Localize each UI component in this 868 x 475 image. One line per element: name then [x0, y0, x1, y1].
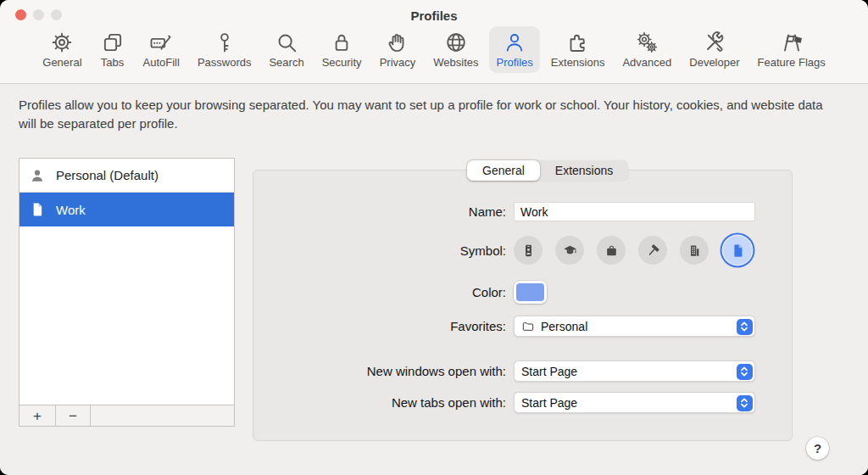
globe-icon [443, 30, 469, 55]
gears-icon [634, 30, 659, 55]
close-button[interactable] [15, 9, 26, 20]
toolbar-item-general[interactable]: General [36, 26, 88, 73]
window-header: Profiles General Tabs AutoFill Passwords [0, 0, 868, 84]
preferences-toolbar: General Tabs AutoFill Passwords Search S [0, 26, 868, 73]
profiles-pane: Profiles allow you to keep your browsing… [0, 85, 868, 475]
color-label: Color: [253, 285, 514, 299]
favorites-value: Personal [541, 320, 587, 333]
profile-detail-panel: General Extensions Name: Symbol: [253, 170, 793, 441]
toolbar-item-label: Advanced [622, 56, 671, 69]
toolbar-item-label: Search [269, 56, 303, 69]
favorites-dropdown[interactable]: Personal [514, 316, 755, 337]
dropdown-stepper-icon [737, 364, 753, 380]
toolbar-item-label: Profiles [496, 56, 532, 69]
profile-name: Work [56, 203, 86, 217]
magnifier-icon [274, 30, 299, 55]
toolbar-item-label: Developer [689, 56, 739, 69]
list-footer: + − [19, 405, 234, 426]
symbol-option-hammer[interactable] [638, 236, 667, 265]
toolbar-item-label: Tabs [101, 56, 124, 69]
toolbar-item-developer[interactable]: Developer [682, 26, 746, 73]
profiles-list: Personal (Default) Work + − [19, 158, 235, 427]
toolbar-item-advanced[interactable]: Advanced [615, 26, 678, 73]
toolbar-item-autofill[interactable]: AutoFill [136, 26, 186, 73]
profile-name-input[interactable] [514, 202, 755, 221]
toolbar-item-profiles[interactable]: Profiles [489, 26, 539, 73]
graduation-cap-icon [562, 243, 578, 259]
autofill-icon [148, 30, 174, 55]
favorites-label: Favorites: [253, 319, 514, 333]
toolbar-item-privacy[interactable]: Privacy [373, 26, 423, 73]
lock-icon [329, 30, 354, 55]
toolbar-item-label: Security [322, 56, 362, 69]
toolbar-item-label: Feature Flags [758, 56, 826, 69]
new-windows-dropdown[interactable]: Start Page [514, 360, 755, 382]
building-icon [687, 243, 703, 259]
remove-profile-button[interactable]: − [56, 405, 91, 426]
toolbar-item-label: Privacy [380, 56, 416, 69]
new-tabs-label: New tabs open with: [253, 395, 514, 410]
flags-icon [779, 30, 804, 55]
traffic-lights [15, 9, 62, 20]
list-item-work[interactable]: Work [19, 193, 234, 226]
profile-name: Personal (Default) [56, 168, 159, 182]
toolbar-item-passwords[interactable]: Passwords [191, 26, 259, 73]
profiles-description: Profiles allow you to keep your browsing… [19, 96, 837, 132]
person-icon [29, 167, 46, 184]
dropdown-stepper-icon [737, 395, 753, 411]
toolbar-item-label: Passwords [198, 56, 252, 69]
toolbar-item-feature-flags[interactable]: Feature Flags [751, 26, 832, 73]
toolbar-item-label: Extensions [551, 56, 605, 69]
toolbar-item-label: General [42, 56, 81, 69]
help-button[interactable]: ? [806, 437, 829, 460]
hand-icon [385, 30, 410, 55]
toolbar-item-label: Websites [433, 56, 478, 69]
person-icon [502, 30, 527, 55]
symbol-option-building[interactable] [680, 236, 709, 265]
symbol-option-id-badge[interactable] [514, 236, 542, 265]
detail-tabs: General Extensions [467, 160, 628, 181]
dropdown-stepper-icon [737, 319, 753, 335]
color-swatch [516, 283, 544, 301]
new-windows-label: New windows open with: [253, 364, 514, 378]
new-tabs-value: Start Page [521, 396, 577, 410]
gear-icon [49, 30, 75, 55]
folder-icon [521, 320, 535, 333]
minimize-button[interactable] [33, 9, 44, 20]
document-icon [730, 243, 746, 259]
puzzle-icon [565, 30, 591, 55]
symbol-option-graduation-cap[interactable] [555, 236, 584, 265]
profiles-list-rows: Personal (Default) Work [19, 159, 234, 405]
document-icon [29, 201, 46, 218]
toolbar-item-websites[interactable]: Websites [426, 26, 485, 73]
tabs-icon [100, 30, 125, 55]
toolbar-item-label: AutoFill [143, 56, 180, 69]
symbol-option-document[interactable] [723, 236, 752, 265]
window-title: Profiles [0, 0, 868, 23]
id-badge-icon [520, 243, 537, 259]
list-footer-spacer [91, 405, 234, 426]
name-label: Name: [253, 204, 514, 219]
new-windows-value: Start Page [521, 365, 577, 378]
toolbar-item-search[interactable]: Search [262, 26, 310, 73]
list-item-personal[interactable]: Personal (Default) [19, 159, 234, 193]
hammer-icon [645, 243, 661, 259]
tab-extensions[interactable]: Extensions [540, 160, 628, 181]
new-tabs-dropdown[interactable]: Start Page [514, 392, 755, 413]
tools-icon [702, 30, 727, 55]
toolbar-item-tabs[interactable]: Tabs [93, 26, 132, 73]
preferences-window: Profiles General Tabs AutoFill Passwords [0, 0, 868, 475]
symbol-option-briefcase[interactable] [597, 236, 626, 265]
symbol-label: Symbol: [253, 243, 514, 258]
add-profile-button[interactable]: + [19, 405, 56, 426]
toolbar-item-extensions[interactable]: Extensions [544, 26, 612, 73]
zoom-button[interactable] [51, 9, 62, 20]
key-icon [212, 30, 237, 55]
tab-general[interactable]: General [467, 160, 540, 181]
color-well[interactable] [514, 281, 547, 304]
titlebar: Profiles [0, 0, 868, 24]
toolbar-item-security[interactable]: Security [315, 26, 369, 73]
briefcase-icon [604, 243, 620, 259]
